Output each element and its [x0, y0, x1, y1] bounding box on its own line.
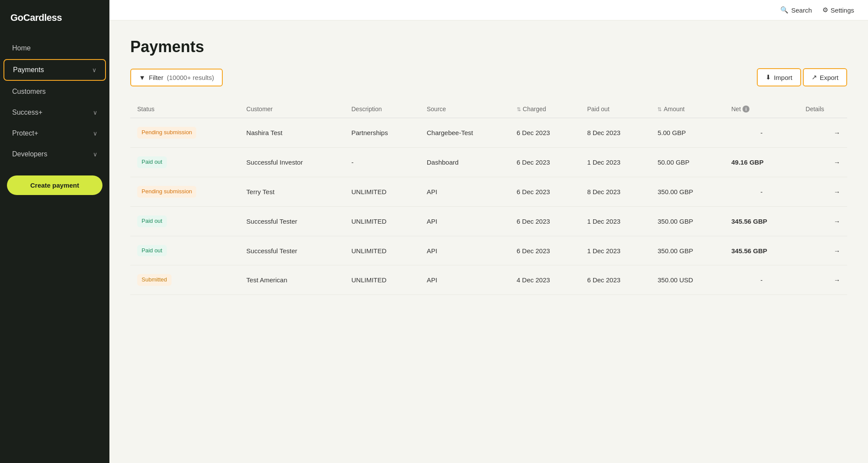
- main-content: 🔍 Search ⚙ Settings Payments ▼ Filter (1…: [109, 0, 868, 463]
- sidebar-item-success_plus[interactable]: Success+∨: [3, 103, 106, 122]
- customer-cell: Terry Test: [239, 177, 344, 206]
- details-cell[interactable]: →: [799, 118, 847, 148]
- chevron-down-icon: ∨: [93, 109, 97, 116]
- page-title: Payments: [130, 38, 847, 56]
- create-payment-button[interactable]: Create payment: [7, 175, 102, 195]
- arrow-right-icon: →: [834, 218, 840, 225]
- table-row[interactable]: Paid outSuccessful TesterUNLIMITEDAPI6 D…: [130, 236, 847, 265]
- status-badge: Paid out: [137, 245, 167, 257]
- table-row[interactable]: Paid outSuccessful TesterUNLIMITEDAPI6 D…: [130, 206, 847, 236]
- col-header-net: Neti: [724, 100, 799, 118]
- col-header-details: Details: [799, 100, 847, 118]
- paid-out-cell: 1 Dec 2023: [580, 206, 650, 236]
- sidebar-item-protect_plus[interactable]: Protect+∨: [3, 123, 106, 143]
- source-cell: API: [420, 236, 510, 265]
- col-label: Source: [427, 106, 446, 112]
- description-cell: UNLIMITED: [344, 206, 419, 236]
- sidebar-item-customers[interactable]: Customers: [3, 82, 106, 102]
- info-icon: i: [743, 106, 749, 112]
- paid-out-cell: 6 Dec 2023: [580, 265, 650, 295]
- col-label: Paid out: [587, 106, 609, 112]
- charged-cell: 6 Dec 2023: [510, 236, 580, 265]
- description-cell: UNLIMITED: [344, 177, 419, 206]
- charged-cell: 6 Dec 2023: [510, 147, 580, 177]
- col-label: Details: [805, 106, 824, 112]
- status-badge: Submitted: [137, 274, 172, 286]
- status-cell: Pending submission: [130, 177, 239, 206]
- sidebar-item-payments[interactable]: Payments∨: [3, 59, 106, 81]
- page-content: Payments ▼ Filter (10000+ results) ⬇ Imp…: [109, 20, 868, 312]
- col-header-charged[interactable]: ⇅Charged: [510, 100, 580, 118]
- status-cell: Paid out: [130, 206, 239, 236]
- amount-cell: 350.00 GBP: [650, 236, 724, 265]
- status-badge: Paid out: [137, 156, 167, 168]
- import-label: Import: [774, 74, 792, 81]
- customer-cell: Successful Tester: [239, 206, 344, 236]
- table-row[interactable]: SubmittedTest AmericanUNLIMITEDAPI4 Dec …: [130, 265, 847, 295]
- details-cell[interactable]: →: [799, 265, 847, 295]
- charged-cell: 4 Dec 2023: [510, 265, 580, 295]
- customer-cell: Nashira Test: [239, 118, 344, 148]
- filter-button[interactable]: ▼ Filter (10000+ results): [130, 69, 223, 86]
- customer-cell: Successful Tester: [239, 236, 344, 265]
- import-button[interactable]: ⬇ Import: [757, 68, 801, 86]
- description-cell: -: [344, 147, 419, 177]
- net-value: 345.56 GBP: [731, 247, 767, 255]
- table-row[interactable]: Paid outSuccessful Investor-Dashboard6 D…: [130, 147, 847, 177]
- net-cell: 49.16 GBP: [724, 147, 799, 177]
- charged-cell: 6 Dec 2023: [510, 118, 580, 148]
- col-label: Customer: [246, 106, 273, 112]
- paid-out-cell: 8 Dec 2023: [580, 177, 650, 206]
- net-cell: -: [724, 118, 799, 148]
- description-cell: Partnerships: [344, 118, 419, 148]
- arrow-right-icon: →: [834, 129, 840, 136]
- details-cell[interactable]: →: [799, 206, 847, 236]
- details-cell[interactable]: →: [799, 236, 847, 265]
- search-button[interactable]: 🔍 Search: [780, 6, 812, 14]
- charged-cell: 6 Dec 2023: [510, 206, 580, 236]
- charged-cell: 6 Dec 2023: [510, 177, 580, 206]
- arrow-right-icon: →: [834, 276, 840, 284]
- gear-icon: ⚙: [822, 6, 828, 14]
- export-label: Export: [820, 74, 838, 81]
- export-icon: ↗: [812, 73, 817, 81]
- sort-icon: ⇅: [517, 106, 521, 112]
- sidebar-item-label: Success+: [12, 109, 43, 116]
- description-cell: UNLIMITED: [344, 265, 419, 295]
- table-row[interactable]: Pending submissionNashira TestPartnershi…: [130, 118, 847, 148]
- topbar: 🔍 Search ⚙ Settings: [109, 0, 868, 20]
- status-badge: Paid out: [137, 215, 167, 227]
- net-cell: 345.56 GBP: [724, 206, 799, 236]
- status-cell: Paid out: [130, 147, 239, 177]
- col-header-status: Status: [130, 100, 239, 118]
- action-buttons: ⬇ Import ↗ Export: [757, 68, 847, 86]
- details-cell[interactable]: →: [799, 177, 847, 206]
- filter-bar: ▼ Filter (10000+ results) ⬇ Import ↗ Exp…: [130, 68, 847, 86]
- sidebar: GoCardless HomePayments∨CustomersSuccess…: [0, 0, 109, 463]
- chevron-down-icon: ∨: [92, 66, 96, 73]
- status-badge: Pending submission: [137, 186, 196, 198]
- filter-icon: ▼: [139, 74, 145, 81]
- sort-icon: ⇅: [657, 106, 662, 112]
- table-row[interactable]: Pending submissionTerry TestUNLIMITEDAPI…: [130, 177, 847, 206]
- paid-out-cell: 1 Dec 2023: [580, 147, 650, 177]
- details-cell[interactable]: →: [799, 147, 847, 177]
- col-label: Status: [137, 106, 155, 112]
- filter-count: (10000+ results): [167, 74, 214, 81]
- customer-cell: Test American: [239, 265, 344, 295]
- net-value: 345.56 GBP: [731, 218, 767, 225]
- search-label: Search: [791, 7, 812, 14]
- sidebar-item-home[interactable]: Home: [3, 38, 106, 58]
- net-cell: -: [724, 177, 799, 206]
- filter-label: Filter: [149, 74, 163, 81]
- amount-cell: 350.00 GBP: [650, 206, 724, 236]
- col-label: Charged: [523, 106, 546, 112]
- sidebar-item-label: Payments: [13, 66, 44, 74]
- net-cell: 345.56 GBP: [724, 236, 799, 265]
- col-header-amount[interactable]: ⇅Amount: [650, 100, 724, 118]
- export-button[interactable]: ↗ Export: [803, 68, 847, 86]
- search-icon: 🔍: [780, 6, 789, 14]
- settings-button[interactable]: ⚙ Settings: [822, 6, 854, 14]
- source-cell: API: [420, 206, 510, 236]
- sidebar-item-developers[interactable]: Developers∨: [3, 144, 106, 164]
